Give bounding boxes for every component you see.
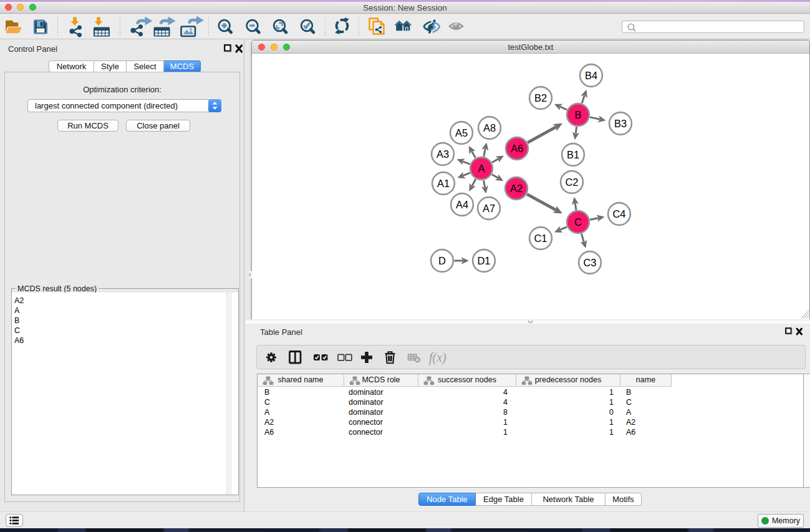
svg-text:A5: A5 <box>455 127 468 138</box>
svg-text:A1: A1 <box>437 178 450 189</box>
svg-text:B1: B1 <box>567 149 579 160</box>
svg-text:A6: A6 <box>511 143 523 154</box>
svg-text:A4: A4 <box>456 199 468 210</box>
svg-text:D: D <box>438 255 446 266</box>
svg-text:A3: A3 <box>436 148 449 160</box>
svg-text:D1: D1 <box>477 255 490 266</box>
svg-text:A8: A8 <box>483 122 496 133</box>
svg-text:B4: B4 <box>585 70 597 81</box>
svg-text:A7: A7 <box>483 203 495 214</box>
svg-text:A2: A2 <box>510 183 523 194</box>
svg-text:C3: C3 <box>583 257 596 268</box>
svg-text:B: B <box>574 109 581 120</box>
svg-text:C4: C4 <box>612 208 625 220</box>
svg-text:C1: C1 <box>534 233 547 244</box>
svg-text:C: C <box>574 216 582 228</box>
svg-text:B3: B3 <box>614 118 627 129</box>
svg-text:C2: C2 <box>565 177 578 188</box>
svg-text:f(x): f(x) <box>429 351 446 365</box>
svg-text:B2: B2 <box>534 92 547 104</box>
svg-text:A: A <box>478 163 485 174</box>
